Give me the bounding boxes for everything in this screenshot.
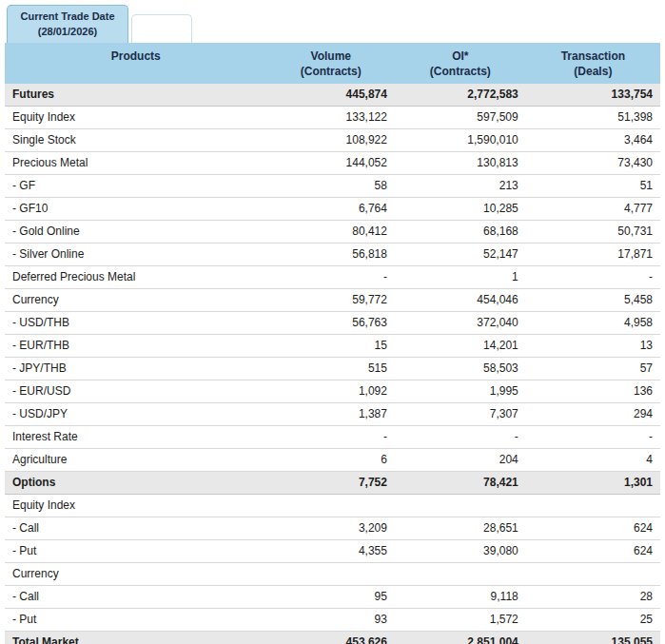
column-header-label: OI* bbox=[402, 49, 518, 64]
cell-transaction: 4,777 bbox=[526, 198, 660, 221]
table-row: Currency59,772454,0465,458 bbox=[5, 289, 660, 312]
table-row: Options7,75278,4211,301 bbox=[5, 472, 660, 495]
column-header-label: Products bbox=[12, 49, 260, 64]
cell-product: - USD/JPY bbox=[5, 403, 267, 426]
cell-transaction: 1,301 bbox=[526, 472, 660, 495]
cell-oi: 28,651 bbox=[395, 517, 526, 540]
column-header-sub bbox=[12, 64, 260, 79]
cell-transaction: 294 bbox=[526, 403, 660, 426]
column-header-oi: OI* (Contracts) bbox=[395, 43, 526, 84]
table-header-row: Products Volume (Contracts) OI* (Contrac… bbox=[5, 43, 660, 84]
cell-oi: 213 bbox=[395, 175, 526, 198]
cell-volume: 144,052 bbox=[267, 152, 395, 175]
cell-volume: 95 bbox=[267, 586, 395, 609]
cell-transaction: 4 bbox=[526, 449, 660, 472]
cell-volume: - bbox=[267, 426, 395, 449]
cell-transaction: 13 bbox=[526, 335, 660, 358]
cell-oi: 9,118 bbox=[395, 586, 526, 609]
table-row: - JPY/THB51558,50357 bbox=[5, 358, 660, 381]
table-row: Futures445,8742,772,583133,754 bbox=[5, 84, 660, 107]
tab-inactive[interactable] bbox=[131, 14, 192, 43]
cell-product: - Put bbox=[5, 609, 267, 632]
table-row: - Call959,11828 bbox=[5, 586, 660, 609]
cell-product: Agriculture bbox=[5, 449, 267, 472]
cell-oi: 1 bbox=[395, 266, 526, 289]
table-row: Single Stock108,9221,590,0103,464 bbox=[5, 129, 660, 152]
cell-oi: 7,307 bbox=[395, 403, 526, 426]
table-body: Futures445,8742,772,583133,754Equity Ind… bbox=[5, 84, 660, 644]
cell-volume: 59,772 bbox=[267, 289, 395, 312]
table-row: - Gold Online80,41268,16850,731 bbox=[5, 221, 660, 244]
cell-oi: 597,509 bbox=[395, 107, 526, 129]
cell-transaction: 25 bbox=[526, 609, 660, 632]
column-header-label: Volume bbox=[275, 49, 387, 64]
cell-oi: 1,590,010 bbox=[395, 129, 526, 152]
table-row: Deferred Precious Metal-1- bbox=[5, 266, 660, 289]
cell-volume: 93 bbox=[267, 609, 395, 632]
cell-oi: 454,046 bbox=[395, 289, 526, 312]
cell-transaction: 51 bbox=[526, 175, 660, 198]
table-row: Equity Index133,122597,50951,398 bbox=[5, 107, 660, 129]
cell-oi: 1,572 bbox=[395, 609, 526, 632]
cell-transaction bbox=[526, 495, 660, 517]
cell-transaction: 73,430 bbox=[526, 152, 660, 175]
tab-current-trade-date[interactable]: Current Trade Date (28/01/2026) bbox=[7, 5, 128, 43]
cell-oi: 39,080 bbox=[395, 540, 526, 563]
cell-volume: - bbox=[267, 266, 395, 289]
cell-product: Options bbox=[5, 472, 267, 495]
table-row: - EUR/USD1,0921,995136 bbox=[5, 381, 660, 403]
cell-product: Equity Index bbox=[5, 107, 267, 129]
cell-transaction: 57 bbox=[526, 358, 660, 381]
table-row: - GF5821351 bbox=[5, 175, 660, 198]
cell-volume bbox=[267, 495, 395, 517]
column-header-products: Products bbox=[5, 43, 267, 84]
column-header-label: Transaction bbox=[534, 49, 653, 64]
cell-transaction: 624 bbox=[526, 540, 660, 563]
column-header-sub: (Deals) bbox=[534, 64, 653, 79]
table-row: Agriculture62044 bbox=[5, 449, 660, 472]
cell-volume: 58 bbox=[267, 175, 395, 198]
cell-volume: 7,752 bbox=[267, 472, 395, 495]
cell-volume: 4,355 bbox=[267, 540, 395, 563]
cell-transaction: 133,754 bbox=[526, 84, 660, 107]
cell-product: Precious Metal bbox=[5, 152, 267, 175]
cell-oi: 78,421 bbox=[395, 472, 526, 495]
cell-oi: 10,285 bbox=[395, 198, 526, 221]
column-header-transaction: Transaction (Deals) bbox=[526, 43, 660, 84]
tab-label-line1: Current Trade Date bbox=[19, 10, 116, 25]
cell-oi: 372,040 bbox=[395, 312, 526, 335]
tab-bar: Current Trade Date (28/01/2026) bbox=[5, 4, 660, 43]
cell-transaction: - bbox=[526, 426, 660, 449]
table-row: Precious Metal144,052130,81373,430 bbox=[5, 152, 660, 175]
column-header-volume: Volume (Contracts) bbox=[267, 43, 395, 84]
cell-product: - EUR/USD bbox=[5, 381, 267, 403]
cell-product: - GF10 bbox=[5, 198, 267, 221]
cell-product: - USD/THB bbox=[5, 312, 267, 335]
table-row: Interest Rate--- bbox=[5, 426, 660, 449]
tab-label-line2: (28/01/2026) bbox=[19, 25, 116, 40]
cell-product: Futures bbox=[5, 84, 267, 107]
cell-oi: 2,772,583 bbox=[395, 84, 526, 107]
cell-volume: 56,763 bbox=[267, 312, 395, 335]
cell-product: - Gold Online bbox=[5, 221, 267, 244]
table-row: Equity Index bbox=[5, 495, 660, 517]
cell-volume: 133,122 bbox=[267, 107, 395, 129]
cell-transaction: - bbox=[526, 266, 660, 289]
cell-product: - Silver Online bbox=[5, 244, 267, 266]
cell-oi: 58,503 bbox=[395, 358, 526, 381]
cell-volume: 1,092 bbox=[267, 381, 395, 403]
cell-transaction: 624 bbox=[526, 517, 660, 540]
cell-volume: 445,874 bbox=[267, 84, 395, 107]
table-row: Currency bbox=[5, 563, 660, 586]
cell-product: - GF bbox=[5, 175, 267, 198]
cell-product: Currency bbox=[5, 289, 267, 312]
cell-transaction: 135,055 bbox=[526, 632, 660, 644]
cell-transaction: 3,464 bbox=[526, 129, 660, 152]
cell-oi bbox=[395, 563, 526, 586]
table-row: - Put931,57225 bbox=[5, 609, 660, 632]
market-summary-table: Products Volume (Contracts) OI* (Contrac… bbox=[5, 43, 660, 644]
cell-transaction bbox=[526, 563, 660, 586]
cell-transaction: 5,458 bbox=[526, 289, 660, 312]
table-row: - GF106,76410,2854,777 bbox=[5, 198, 660, 221]
cell-transaction: 50,731 bbox=[526, 221, 660, 244]
